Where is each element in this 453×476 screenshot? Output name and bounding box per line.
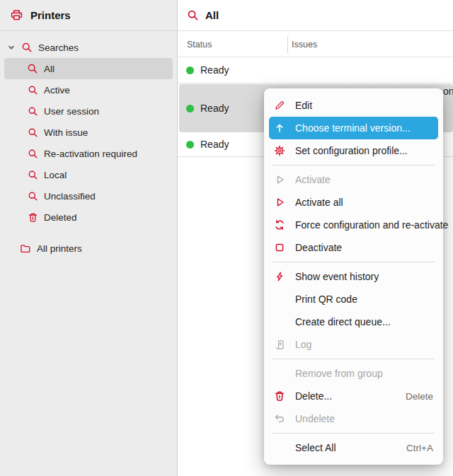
search-icon bbox=[21, 42, 33, 53]
printers-app-window: Printers Searches All bbox=[0, 0, 453, 476]
search-icon bbox=[27, 63, 38, 74]
sidebar-tree: Searches All Active User session bbox=[0, 31, 177, 259]
tree-group-label: Searches bbox=[38, 42, 79, 53]
play-icon bbox=[274, 174, 285, 185]
menu-item-print-qr-code[interactable]: Print QR code bbox=[264, 288, 443, 310]
search-icon bbox=[27, 127, 38, 138]
menu-item-label: Select All bbox=[295, 442, 399, 453]
sidebar-item-label: Unclassified bbox=[44, 191, 96, 202]
view-header: All bbox=[178, 0, 453, 31]
sidebar-item-label: Deleted bbox=[44, 212, 77, 223]
pencil-icon bbox=[274, 100, 285, 111]
truncated-issue-text: on bbox=[443, 86, 453, 97]
page-title: All bbox=[205, 9, 219, 21]
tree-group-searches[interactable]: Searches bbox=[0, 37, 177, 58]
sidebar-item-label: Local bbox=[44, 170, 67, 180]
sidebar-item-unclassified[interactable]: Unclassified bbox=[0, 185, 177, 207]
search-icon bbox=[27, 85, 38, 95]
table-row[interactable]: Ready bbox=[178, 57, 453, 83]
search-icon bbox=[187, 9, 199, 21]
table-header: Status Issues bbox=[178, 31, 453, 57]
menu-item-label: Force configuration and re-activate bbox=[295, 219, 448, 231]
menu-item-force-configuration-reactivate[interactable]: Force configuration and re-activate bbox=[264, 214, 443, 236]
column-divider bbox=[287, 36, 288, 53]
scroll-icon bbox=[274, 339, 285, 350]
undo-icon bbox=[274, 413, 285, 424]
trash-icon bbox=[27, 212, 38, 223]
menu-item-label: Print QR code bbox=[295, 294, 433, 305]
menu-item-activate: Activate bbox=[264, 168, 443, 191]
arrow-up-icon bbox=[274, 122, 285, 134]
stop-icon bbox=[274, 242, 285, 253]
app-title: Printers bbox=[30, 9, 71, 21]
sidebar: Printers Searches All bbox=[0, 0, 178, 476]
status-text: Ready bbox=[200, 103, 229, 114]
sidebar-item-deleted[interactable]: Deleted bbox=[0, 207, 177, 228]
status-ready-dot bbox=[186, 66, 194, 74]
sidebar-item-reactivation-required[interactable]: Re-activation required bbox=[0, 143, 177, 164]
status-ready-dot bbox=[186, 105, 194, 112]
menu-item-shortcut: Delete bbox=[398, 391, 433, 402]
sidebar-item-label: Re-activation required bbox=[44, 149, 137, 159]
menu-separator bbox=[273, 433, 435, 434]
trash-icon bbox=[274, 390, 285, 402]
menu-item-label: Undelete bbox=[295, 413, 433, 424]
menu-item-deactivate[interactable]: Deactivate bbox=[264, 236, 443, 259]
menu-item-log: Log bbox=[264, 333, 443, 356]
menu-item-label: Show event history bbox=[295, 271, 433, 282]
sidebar-item-label: All printers bbox=[37, 243, 82, 254]
gear-icon bbox=[274, 145, 285, 156]
menu-item-delete[interactable]: Delete... Delete bbox=[264, 385, 443, 407]
menu-item-label: Activate all bbox=[295, 197, 433, 208]
status-text: Ready bbox=[200, 139, 229, 150]
menu-item-label: Deactivate bbox=[295, 242, 433, 253]
menu-item-label: Choose terminal version... bbox=[295, 122, 433, 134]
sidebar-item-label: With issue bbox=[44, 127, 88, 138]
menu-item-select-all[interactable]: Select All Ctrl+A bbox=[264, 436, 443, 459]
column-header-issues[interactable]: Issues bbox=[292, 40, 317, 50]
menu-item-choose-terminal-version[interactable]: Choose terminal version... bbox=[269, 117, 438, 139]
menu-item-label: Remove from group bbox=[295, 368, 433, 379]
lightning-icon bbox=[274, 271, 285, 282]
printer-icon bbox=[10, 8, 23, 22]
menu-separator bbox=[273, 359, 435, 359]
status-ready-dot bbox=[186, 141, 194, 149]
menu-item-set-configuration-profile[interactable]: Set configuration profile... bbox=[264, 139, 443, 162]
menu-item-shortcut: Ctrl+A bbox=[399, 443, 433, 453]
sidebar-item-all[interactable]: All bbox=[4, 58, 173, 79]
refresh-icon bbox=[274, 219, 285, 231]
menu-separator bbox=[273, 165, 435, 166]
search-icon bbox=[27, 170, 38, 180]
search-icon bbox=[27, 149, 38, 159]
menu-item-label: Activate bbox=[295, 174, 433, 185]
sidebar-item-local[interactable]: Local bbox=[0, 164, 177, 185]
sidebar-item-label: All bbox=[44, 64, 55, 74]
search-icon bbox=[27, 191, 38, 202]
menu-item-create-direct-queue[interactable]: Create direct queue... bbox=[264, 310, 443, 333]
search-icon bbox=[27, 106, 38, 117]
menu-item-show-event-history[interactable]: Show event history bbox=[264, 265, 443, 288]
folder-icon bbox=[20, 243, 31, 255]
column-header-status[interactable]: Status bbox=[187, 40, 212, 50]
status-text: Ready bbox=[200, 64, 229, 76]
chevron-down-icon[interactable] bbox=[7, 43, 16, 52]
context-menu: Edit Choose terminal version... Set conf… bbox=[264, 88, 443, 465]
sidebar-item-all-printers[interactable]: All printers bbox=[0, 238, 177, 259]
menu-item-activate-all[interactable]: Activate all bbox=[264, 191, 443, 214]
sidebar-item-label: Active bbox=[44, 85, 70, 95]
menu-item-edit[interactable]: Edit bbox=[264, 94, 443, 117]
menu-item-remove-from-group: Remove from group bbox=[264, 362, 443, 385]
menu-item-label: Log bbox=[295, 339, 433, 350]
menu-item-undelete: Undelete bbox=[264, 407, 443, 430]
sidebar-item-with-issue[interactable]: With issue bbox=[0, 122, 177, 143]
menu-item-label: Set configuration profile... bbox=[295, 145, 433, 156]
sidebar-item-label: User session bbox=[44, 106, 99, 117]
sidebar-header: Printers bbox=[0, 0, 177, 31]
play-icon bbox=[274, 197, 285, 208]
menu-item-label: Edit bbox=[295, 100, 433, 111]
sidebar-item-user-session[interactable]: User session bbox=[0, 100, 177, 122]
menu-item-label: Delete... bbox=[295, 390, 398, 402]
menu-separator bbox=[273, 262, 435, 262]
sidebar-item-active[interactable]: Active bbox=[0, 79, 177, 100]
menu-item-label: Create direct queue... bbox=[295, 316, 433, 327]
